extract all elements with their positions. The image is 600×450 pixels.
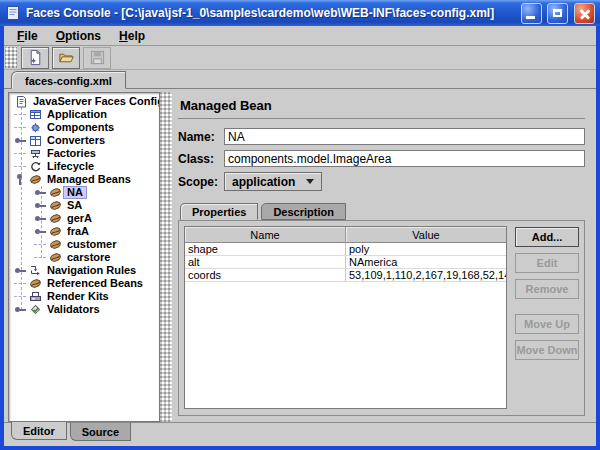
tree-item-customer[interactable]: customer	[9, 238, 159, 251]
minimize-button[interactable]	[521, 3, 542, 24]
render-kits-icon	[28, 290, 43, 303]
bean-icon	[48, 199, 63, 212]
bean-icon	[48, 251, 63, 264]
menu-options[interactable]: Options	[47, 27, 110, 45]
new-file-button[interactable]	[21, 47, 49, 69]
tab-properties[interactable]: Properties	[180, 203, 258, 220]
bean-icon	[48, 238, 63, 251]
property-name-cell: coords	[185, 269, 346, 281]
editor-section-title: Managed Bean	[178, 95, 585, 119]
scope-selected-value: application	[232, 175, 295, 189]
expand-handle-icon[interactable]	[14, 134, 28, 147]
navigation-rules-icon	[28, 264, 43, 277]
expand-handle-icon[interactable]	[34, 225, 48, 238]
save-icon	[89, 49, 106, 66]
expand-handle-icon[interactable]	[34, 186, 48, 199]
managed-bean-editor: Managed Bean Name: Class: Scope: applica…	[172, 92, 593, 422]
tree-item-factories[interactable]: Factories	[9, 147, 159, 160]
tree-item-managed-beans[interactable]: Managed Beans	[9, 173, 159, 186]
remove-button: Remove	[515, 279, 579, 299]
tree-item-carstore[interactable]: carstore	[9, 251, 159, 264]
save-file-button	[83, 47, 111, 69]
bean-icon	[48, 186, 63, 199]
tree-item-navigation-rules[interactable]: Navigation Rules	[9, 264, 159, 277]
table-header-row: Name Value	[185, 227, 506, 243]
toolbar-drag-handle[interactable]	[5, 47, 17, 68]
tree-item-sa[interactable]: SA	[9, 199, 159, 212]
tree-item-components[interactable]: Components	[9, 121, 159, 134]
tab-description[interactable]: Description	[261, 203, 346, 220]
bean-icon	[28, 277, 43, 290]
config-tree: JavaServer Faces Config Application Comp…	[8, 92, 160, 422]
open-folder-icon	[58, 49, 75, 66]
class-input[interactable]	[224, 150, 585, 167]
converters-icon	[28, 134, 43, 147]
tab-faces-config-xml[interactable]: faces-config.xml	[11, 71, 126, 89]
tab-source[interactable]: Source	[70, 423, 131, 441]
view-tab-bar: Editor Source	[4, 423, 596, 446]
main-area: JavaServer Faces Config Application Comp…	[4, 89, 596, 423]
tree-item-render-kits[interactable]: Render Kits	[9, 290, 159, 303]
collapse-handle-icon[interactable]	[14, 173, 28, 186]
window-title: Faces Console - [C:\java\jsf-1_0\samples…	[26, 6, 516, 20]
tree-connector	[14, 160, 28, 173]
table-buttons: Add... Edit Remove Move Up Move Down	[515, 226, 579, 409]
property-value-cell: NAmerica	[346, 256, 506, 268]
open-file-button[interactable]	[52, 47, 80, 69]
tree-connector	[14, 147, 28, 160]
factories-icon	[28, 147, 43, 160]
tree-item-gera[interactable]: gerA	[9, 212, 159, 225]
tree-connector	[14, 121, 28, 134]
title-bar[interactable]: Faces Console - [C:\java\jsf-1_0\samples…	[0, 0, 600, 26]
expand-handle-icon[interactable]	[34, 199, 48, 212]
property-value-cell: 53,109,1,110,2,167,19,168,52,149,67...	[346, 269, 506, 281]
close-button[interactable]	[574, 3, 595, 24]
tree-item-fraa[interactable]: fraA	[9, 225, 159, 238]
table-header-name[interactable]: Name	[185, 227, 346, 242]
table-row[interactable]: shape poly	[185, 243, 506, 256]
tree-item-validators[interactable]: Validators	[9, 303, 159, 316]
tree-item-na[interactable]: NA	[9, 186, 159, 199]
tree-item-javaserver-faces-config[interactable]: JavaServer Faces Config	[9, 95, 159, 108]
add-button[interactable]: Add...	[515, 227, 579, 247]
chevron-down-icon	[306, 179, 314, 184]
split-pane-divider[interactable]	[160, 92, 172, 422]
expand-handle-icon[interactable]	[14, 303, 28, 316]
table-row[interactable]: coords 53,109,1,110,2,167,19,168,52,149,…	[185, 269, 506, 282]
lifecycle-icon	[28, 160, 43, 173]
class-label: Class:	[178, 152, 221, 166]
property-name-cell: shape	[185, 243, 346, 255]
expand-handle-icon[interactable]	[34, 212, 48, 225]
app-window: Faces Console - [C:\java\jsf-1_0\samples…	[0, 0, 600, 450]
tree-item-referenced-beans[interactable]: Referenced Beans	[9, 277, 159, 290]
tree-connector	[14, 277, 28, 290]
app-icon	[5, 5, 21, 21]
expand-handle-icon[interactable]	[14, 264, 28, 277]
table-row[interactable]: alt NAmerica	[185, 256, 506, 269]
name-input[interactable]	[224, 128, 585, 145]
window-body: File Options Help faces-config.xml JavaS…	[4, 26, 596, 446]
table-header-value[interactable]: Value	[346, 227, 506, 242]
tree-connector	[34, 238, 48, 251]
document-tab-bar: faces-config.xml	[4, 70, 596, 89]
move-down-button: Move Down	[515, 340, 579, 360]
bean-icon	[48, 212, 63, 225]
scope-select[interactable]: application	[224, 172, 322, 191]
tree-connector	[14, 290, 28, 303]
scope-field-row: Scope: application	[178, 172, 585, 191]
menu-file[interactable]: File	[8, 27, 47, 45]
tree-item-lifecycle[interactable]: Lifecycle	[9, 160, 159, 173]
tab-editor[interactable]: Editor	[11, 422, 67, 440]
validators-icon	[28, 303, 43, 316]
tree-item-converters[interactable]: Converters	[9, 134, 159, 147]
move-up-button: Move Up	[515, 314, 579, 334]
name-label: Name:	[178, 130, 221, 144]
application-icon	[28, 108, 43, 121]
menu-help[interactable]: Help	[110, 27, 154, 45]
maximize-button[interactable]	[547, 3, 568, 24]
properties-tab-content: Name Value shape poly alt NAmerica coo	[178, 220, 585, 416]
components-icon	[28, 121, 43, 134]
jsf-config-icon	[14, 95, 29, 108]
scope-label: Scope:	[178, 175, 221, 189]
tree-item-application[interactable]: Application	[9, 108, 159, 121]
